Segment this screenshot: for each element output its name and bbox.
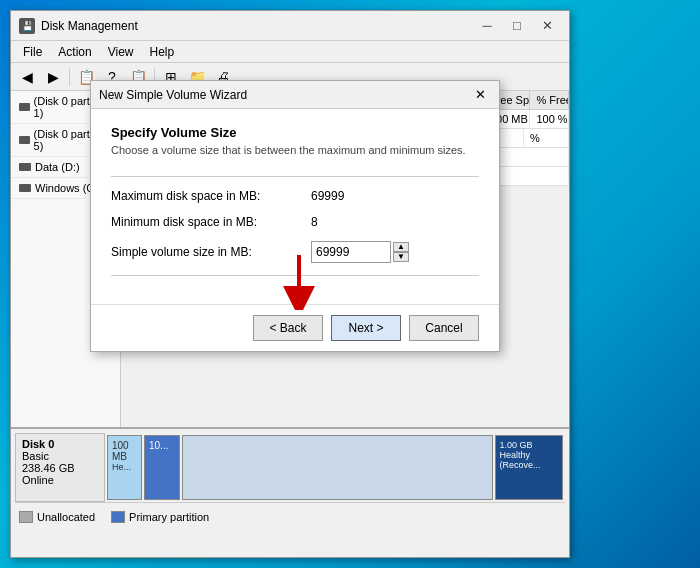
col-pct: % Free	[530, 91, 569, 109]
disk-icon-1	[19, 103, 30, 111]
legend-unallocated-label: Unallocated	[37, 511, 95, 523]
legend-primary: Primary partition	[111, 511, 209, 523]
app-icon: 💾	[19, 18, 35, 34]
disk-status: Online	[22, 474, 98, 486]
legend-primary-box	[111, 511, 125, 523]
disk-icon-2	[19, 136, 30, 144]
disk-label: Disk 0 Basic 238.46 GB Online	[15, 433, 105, 502]
disk-row-0: Disk 0 Basic 238.46 GB Online 100 MB He.…	[15, 433, 565, 503]
spin-down-button[interactable]: ▼	[393, 252, 409, 262]
field-label-max: Maximum disk space in MB:	[111, 189, 311, 203]
back-button[interactable]: ◀	[15, 66, 39, 88]
volume-size-input[interactable]	[311, 241, 391, 263]
menu-file[interactable]: File	[15, 43, 50, 61]
window-controls: ─ □ ✕	[473, 15, 561, 37]
legend: Unallocated Primary partition	[11, 507, 569, 527]
dialog-title-bar: New Simple Volume Wizard ✕	[91, 81, 499, 109]
seg-label-0: 100 MB	[112, 440, 137, 462]
field-label-size: Simple volume size in MB:	[111, 245, 311, 259]
spin-buttons: ▲ ▼	[393, 242, 409, 262]
back-button[interactable]: < Back	[253, 315, 323, 341]
disk-segment-1[interactable]: 10...	[144, 435, 180, 500]
left-item-label-3: Data (D:)	[35, 161, 80, 173]
disk-segment-3[interactable]: 1.00 GB Healthy (Recove...	[495, 435, 563, 500]
menu-view[interactable]: View	[100, 43, 142, 61]
disk-size: 238.46 GB	[22, 462, 98, 474]
disk-segment-2[interactable]	[182, 435, 492, 500]
field-row-max: Maximum disk space in MB: 69999	[111, 189, 479, 203]
field-value-min: 8	[311, 215, 318, 229]
field-label-min: Minimum disk space in MB:	[111, 215, 311, 229]
seg-sub-0: He...	[112, 462, 131, 472]
seg-label-1: 10...	[149, 440, 168, 451]
next-button[interactable]: Next >	[331, 315, 401, 341]
disk-type: Basic	[22, 450, 98, 462]
cell-pct-1: %	[524, 129, 569, 147]
dialog-footer: < Back Next > Cancel	[91, 304, 499, 351]
dialog-body: Specify Volume Size Choose a volume size…	[91, 109, 499, 304]
cell-pct-0: 100 %	[530, 110, 569, 128]
dialog-close-button[interactable]: ✕	[469, 85, 491, 105]
forward-button[interactable]: ▶	[41, 66, 65, 88]
dialog-divider-top	[111, 176, 479, 177]
cancel-button[interactable]: Cancel	[409, 315, 479, 341]
dialog-title: New Simple Volume Wizard	[99, 88, 469, 102]
field-row-min: Minimum disk space in MB: 8	[111, 215, 479, 229]
disk-view: Disk 0 Basic 238.46 GB Online 100 MB He.…	[11, 427, 569, 557]
menu-help[interactable]: Help	[142, 43, 183, 61]
legend-unallocated: Unallocated	[19, 511, 95, 523]
disk-icon-3	[19, 163, 31, 171]
seg-label-3: 1.00 GB	[500, 440, 533, 450]
menu-action[interactable]: Action	[50, 43, 99, 61]
dialog: New Simple Volume Wizard ✕ Specify Volum…	[90, 80, 500, 352]
field-value-max: 69999	[311, 189, 344, 203]
spin-up-button[interactable]: ▲	[393, 242, 409, 252]
disk-icon-4	[19, 184, 31, 192]
menu-bar: File Action View Help	[11, 41, 569, 63]
field-row-size: Simple volume size in MB: ▲ ▼	[111, 241, 479, 263]
title-bar: 💾 Disk Management ─ □ ✕	[11, 11, 569, 41]
field-input-wrap: ▲ ▼	[311, 241, 409, 263]
dialog-subheading: Choose a volume size that is between the…	[111, 144, 479, 156]
seg-sub-3: Healthy (Recove...	[500, 450, 558, 470]
minimize-button[interactable]: ─	[473, 15, 501, 37]
dialog-heading: Specify Volume Size	[111, 125, 479, 140]
window-title: Disk Management	[41, 19, 473, 33]
close-button[interactable]: ✕	[533, 15, 561, 37]
disk-segment-0[interactable]: 100 MB He...	[107, 435, 142, 500]
legend-unallocated-box	[19, 511, 33, 523]
maximize-button[interactable]: □	[503, 15, 531, 37]
disk-segments: 100 MB He... 10... 1.00 GB Healthy (Reco…	[105, 433, 565, 502]
toolbar-separator	[69, 68, 70, 86]
disk-name: Disk 0	[22, 438, 98, 450]
dialog-divider-bottom	[111, 275, 479, 276]
legend-primary-label: Primary partition	[129, 511, 209, 523]
